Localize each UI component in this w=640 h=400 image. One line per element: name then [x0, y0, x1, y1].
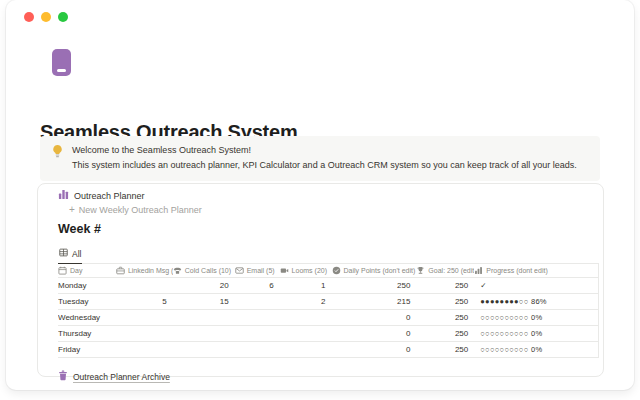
zoom-window-button[interactable]	[58, 12, 68, 22]
cell-progress[interactable]: ○○○○○○○○○○ 0%	[474, 342, 598, 357]
callout-line-1: Welcome to the Seamless Outreach System!	[72, 143, 577, 158]
trophy-icon	[416, 266, 425, 276]
outreach-planner-block: Outreach Planner + New Weekly Outreach P…	[37, 183, 604, 377]
table-row-wednesday: Wednesday 0 250 ○○○○○○○○○○ 0%	[58, 310, 599, 326]
cell-goal[interactable]: 250	[416, 310, 474, 325]
table-header-row: Day Linkedin Msg (5) Cold Calls (10) Ema…	[58, 264, 599, 278]
planner-title: Outreach Planner	[74, 191, 145, 201]
cell-email[interactable]: 6	[235, 278, 280, 293]
minimize-window-button[interactable]	[41, 12, 51, 22]
cell-goal[interactable]: 250	[416, 278, 474, 293]
cell-email[interactable]	[235, 326, 280, 341]
tab-all-view[interactable]: All	[58, 248, 82, 264]
cell-day[interactable]: Tuesday	[58, 294, 116, 309]
movie-camera-icon	[280, 266, 289, 276]
column-label: Cold Calls (10)	[185, 267, 231, 274]
welcome-callout: Welcome to the Seamless Outreach System!…	[40, 136, 600, 181]
cell-cold-calls[interactable]	[173, 326, 235, 341]
column-header-daily-points[interactable]: Daily Points (don't edit)	[332, 266, 417, 276]
column-header-cold-calls[interactable]: Cold Calls (10)	[173, 266, 235, 276]
lightbulb-icon	[52, 144, 63, 173]
cell-day[interactable]: Wednesday	[58, 310, 116, 325]
cell-linkedin[interactable]	[116, 326, 173, 341]
cell-email[interactable]	[235, 342, 280, 357]
column-header-day[interactable]: Day	[58, 266, 116, 276]
cell-cold-calls[interactable]	[173, 310, 235, 325]
column-header-progress[interactable]: Progress (dont edit)	[474, 266, 598, 276]
cell-email[interactable]	[235, 310, 280, 325]
trash-icon	[58, 370, 68, 383]
envelope-icon	[235, 266, 244, 276]
cell-goal[interactable]: 250	[416, 342, 474, 357]
page-journal-icon[interactable]	[52, 49, 71, 76]
cell-daily-points[interactable]: 0	[332, 342, 417, 357]
cell-looms[interactable]	[280, 326, 332, 341]
cell-progress[interactable]: ○○○○○○○○○○ 0%	[474, 310, 598, 325]
cell-goal[interactable]: 250	[416, 294, 474, 309]
cell-daily-points[interactable]: 0	[332, 310, 417, 325]
column-header-email[interactable]: Email (5)	[235, 266, 280, 276]
cell-linkedin[interactable]	[116, 278, 173, 293]
cell-email[interactable]	[235, 294, 280, 309]
planner-table: Day Linkedin Msg (5) Cold Calls (10) Ema…	[58, 264, 599, 358]
cell-day[interactable]: Thursday	[58, 326, 116, 341]
tab-all-label: All	[72, 249, 81, 259]
table-row-friday: Friday 0 250 ○○○○○○○○○○ 0%	[58, 342, 599, 358]
outreach-planner-database-link[interactable]: Outreach Planner	[58, 190, 603, 201]
cell-linkedin[interactable]: 5	[116, 294, 173, 309]
new-weekly-planner-button[interactable]: + New Weekly Outreach Planner	[69, 204, 603, 215]
cell-cold-calls[interactable]	[173, 342, 235, 357]
new-weekly-planner-label: New Weekly Outreach Planner	[79, 205, 202, 215]
cell-linkedin[interactable]	[116, 342, 173, 357]
table-row-thursday: Thursday 0 250 ○○○○○○○○○○ 0%	[58, 326, 599, 342]
column-label: Day	[70, 267, 82, 274]
outreach-planner-archive-link[interactable]: Outreach Planner Archive	[58, 370, 603, 383]
check-circle-icon	[332, 266, 341, 276]
calendar-icon	[58, 266, 67, 276]
bar-chart-icon	[58, 189, 69, 202]
cell-looms[interactable]: 1	[280, 278, 332, 293]
column-label: Goal: 250 (edit)	[428, 267, 474, 274]
column-label: Linkedin Msg (5)	[128, 267, 173, 274]
cell-day[interactable]: Monday	[58, 278, 116, 293]
column-label: Progress (dont edit)	[486, 267, 547, 274]
cell-looms[interactable]: 2	[280, 294, 332, 309]
cell-looms[interactable]	[280, 342, 332, 357]
archive-label: Outreach Planner Archive	[73, 372, 170, 382]
column-header-looms[interactable]: Looms (20)	[280, 266, 332, 276]
column-label: Email (5)	[247, 267, 275, 274]
cell-daily-points[interactable]: 0	[332, 326, 417, 341]
table-row-tuesday: Tuesday 5 15 2 215 250 ●●●●●●●●○○ 86%	[58, 294, 599, 310]
cell-progress[interactable]: ●●●●●●●●○○ 86%	[474, 294, 598, 309]
table-row-monday: Monday 20 6 1 250 250 ✓	[58, 278, 599, 294]
callout-line-2: This system includes an outreach planner…	[72, 158, 577, 173]
cell-day[interactable]: Friday	[58, 342, 116, 357]
phone-icon	[173, 266, 182, 276]
cell-cold-calls[interactable]: 20	[173, 278, 235, 293]
bar-chart-icon	[474, 266, 483, 276]
cell-progress[interactable]: ✓	[474, 278, 598, 293]
cell-cold-calls[interactable]: 15	[173, 294, 235, 309]
column-label: Looms (20)	[292, 267, 327, 274]
plus-icon: +	[69, 205, 75, 215]
cell-goal[interactable]: 250	[416, 326, 474, 341]
window-controls	[24, 12, 68, 22]
view-tab-bar: All	[58, 243, 599, 264]
cell-daily-points[interactable]: 215	[332, 294, 417, 309]
column-label: Daily Points (don't edit)	[344, 267, 416, 274]
cell-looms[interactable]	[280, 310, 332, 325]
table-view-icon	[59, 248, 68, 259]
column-header-linkedin-msg[interactable]: Linkedin Msg (5)	[116, 266, 173, 276]
cell-progress[interactable]: ○○○○○○○○○○ 0%	[474, 326, 598, 341]
cell-linkedin[interactable]	[116, 310, 173, 325]
week-heading: Week #	[58, 222, 603, 236]
column-header-goal[interactable]: Goal: 250 (edit)	[416, 266, 474, 276]
close-window-button[interactable]	[24, 12, 34, 22]
cell-daily-points[interactable]: 250	[332, 278, 417, 293]
briefcase-icon	[116, 266, 125, 276]
